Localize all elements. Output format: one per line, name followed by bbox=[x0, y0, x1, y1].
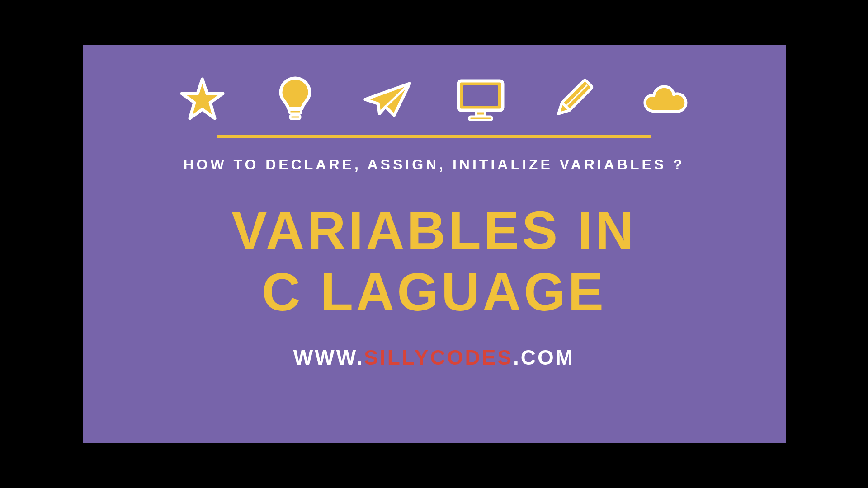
title-line-1: VARIABLES IN bbox=[231, 200, 637, 262]
star-icon bbox=[178, 77, 227, 122]
title-line-2: C LAGUAGE bbox=[231, 262, 637, 323]
monitor-icon bbox=[456, 77, 505, 122]
url-suffix: .COM bbox=[513, 346, 575, 369]
svg-rect-4 bbox=[463, 85, 498, 106]
banner-card: HOW TO DECLARE, ASSIGN, INITIALIZE VARIA… bbox=[83, 45, 786, 443]
paper-plane-icon bbox=[363, 77, 413, 122]
svg-rect-1 bbox=[290, 115, 300, 119]
svg-rect-0 bbox=[289, 110, 301, 113]
divider-line bbox=[217, 135, 651, 138]
svg-rect-6 bbox=[469, 117, 492, 120]
subtitle-text: HOW TO DECLARE, ASSIGN, INITIALIZE VARIA… bbox=[183, 156, 684, 173]
lightbulb-icon bbox=[270, 77, 320, 122]
icon-row bbox=[178, 77, 691, 122]
cloud-icon bbox=[641, 77, 691, 122]
svg-rect-5 bbox=[476, 111, 485, 116]
url-brand: SILLYCODES bbox=[364, 346, 513, 369]
url-prefix: WWW. bbox=[293, 346, 364, 369]
main-title: VARIABLES IN C LAGUAGE bbox=[231, 200, 637, 323]
pencil-icon bbox=[548, 77, 598, 122]
website-url: WWW.SILLYCODES.COM bbox=[293, 345, 575, 370]
